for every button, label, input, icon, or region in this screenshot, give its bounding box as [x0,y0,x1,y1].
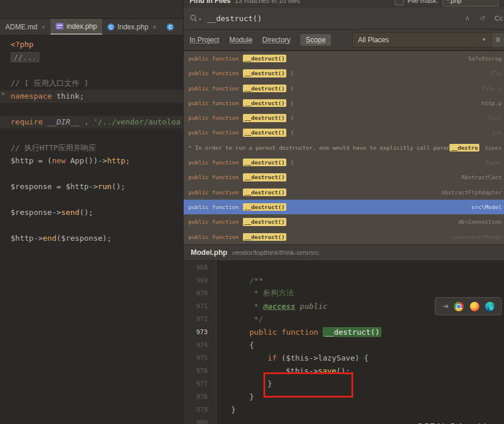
preview-code-line[interactable]: 974{ [184,338,504,351]
code-line[interactable]: //... [0,51,183,64]
code-line[interactable]: $http->end($response); [0,232,183,245]
code-line[interactable]: $response = $http->run(); [0,180,183,193]
code-line[interactable] [0,129,183,142]
line-number[interactable]: 977 [184,380,216,388]
code-segment: // [ 应用入口文件 ] [11,79,89,88]
preview-header: Model.php vendor/topthink/think-orm/src [184,245,504,261]
open-in-editor-icon[interactable]: ⇥ [442,302,448,311]
close-icon[interactable]: × [153,23,156,31]
result-row[interactable]: public function __destruct()AbstractFtpA… [184,185,504,200]
result-row[interactable]: public function __destruct() {jun [184,125,504,140]
preview-code-line[interactable]: 973public function __destruct() [184,325,504,338]
result-file-path: src\Model [467,204,502,210]
code-line[interactable] [0,167,183,180]
result-code-text: public function [188,115,242,121]
line-number[interactable]: 979 [184,406,216,413]
code-line[interactable]: // [ 应用入口文件 ] [0,77,183,90]
editor-tab-index.php[interactable]: index.php [50,19,102,35]
code-line[interactable] [0,219,183,232]
editor-area[interactable]: ≡ <?php//...// [ 应用入口文件 ]namespace think… [0,35,183,424]
result-code-text: public function [188,159,242,166]
preview-code-text: public function __destruct() [216,328,381,336]
chrome-icon[interactable] [454,302,464,311]
line-number[interactable]: 972 [184,315,216,323]
browser-preview-toolbar: ⇥ [435,297,502,315]
file-mask-combo[interactable]: *.php [442,0,499,6]
line-number[interactable]: 969 [184,277,216,284]
result-row[interactable]: * In order to run a parent destructor, o… [184,140,504,155]
result-row[interactable]: public function __destruct() {File.p [184,81,504,96]
code-line[interactable] [0,193,183,206]
match-highlight: __destruct() [243,173,287,181]
code-line[interactable]: $http = (new App())->http; [0,154,183,167]
code-segment: /** [249,276,263,285]
filter-funnel-icon[interactable]: ≣ [492,33,503,46]
preview-code-line[interactable]: 969/** [184,274,504,287]
chevron-down-icon: ▼ [482,37,486,42]
result-row[interactable]: public function __destruct() {Curl [184,110,504,125]
code-line[interactable]: <?php [0,38,183,51]
scope-select[interactable]: All Places▼ [352,32,492,48]
popup-title: Find in Files [190,0,231,5]
filter-in-project[interactable]: In Project [190,36,219,44]
result-code-text: public function [188,218,242,225]
line-number[interactable]: 973 [184,328,216,336]
search-input[interactable]: __destruct() [207,14,262,23]
red-highlight-box [263,372,353,398]
code-line[interactable] [0,64,183,77]
search-bar: ▾ __destruct() ∧ ↺ Cc [184,8,504,29]
edge-icon[interactable] [485,302,495,311]
editor-tab-partial[interactable]: C [161,19,179,35]
collapse-icon[interactable]: ∧ [465,14,470,22]
preview-code-text: { [216,341,254,349]
code-line[interactable]: require __DIR__ . '/../vendor/autoloa [0,116,183,129]
filter-module[interactable]: Module [229,36,252,44]
result-row[interactable]: public function __destruct() {Flu [184,66,504,80]
fold-gutter-icon[interactable]: ≡ [1,88,5,100]
line-number[interactable]: 968 [184,264,216,271]
line-number[interactable]: 975 [184,354,216,362]
preview-editor[interactable]: 968969/**970 * 析构方法971 * @access public9… [184,261,504,424]
result-row[interactable]: public function __destruct() {http.p [184,96,504,110]
code-line[interactable]: namespace think; [0,90,183,103]
line-number[interactable]: 980 [184,419,216,424]
line-number[interactable]: 970 [184,290,216,297]
php-file-icon [56,23,63,29]
result-row[interactable]: public function __destruct()AbstractCach [184,170,504,184]
code-line[interactable]: $response->send(); [0,206,183,219]
close-icon[interactable]: × [42,23,45,31]
result-row[interactable]: public function __destruct()connector\Mo… [184,230,504,244]
result-code-tail: { [287,129,293,136]
code-segment: $http-> [11,234,43,243]
preview-code-line[interactable]: 968 [184,261,504,274]
line-number[interactable]: 978 [184,393,216,401]
line-number[interactable]: 976 [184,367,216,375]
filter-directory[interactable]: Directory [262,36,290,44]
file-mask-checkbox[interactable] [395,0,404,5]
result-row[interactable]: public function __destruct() {Pipes [184,155,504,170]
editor-tab-Index.php[interactable]: CIndex.php× [102,19,161,35]
line-number[interactable]: 971 [184,302,216,310]
code-line[interactable] [0,103,183,116]
refresh-icon[interactable]: ↺ [479,14,485,22]
firefox-icon[interactable] [470,302,479,311]
result-row[interactable]: public function __destruct()db\Connectio… [184,214,504,229]
watermark-text: CSDN @Arnoldqqq [416,422,503,424]
result-row[interactable]: public function __destruct()src\Model [184,200,504,214]
code-line[interactable]: // 执行HTTP应用并响应 [0,142,183,154]
match-case-toggle[interactable]: Cc [495,15,503,22]
search-history-caret-icon[interactable]: ▾ [199,17,201,22]
result-file-path: Curl [483,115,502,121]
preview-code-line[interactable]: 979} [184,403,504,416]
result-row[interactable]: public function __destruct()SafeStorag [184,51,504,66]
code-segment: (); [79,208,93,217]
line-number[interactable]: 974 [184,341,216,349]
code-segment: '/../vendor/autoloa [93,117,181,126]
code-segment: end [43,234,56,243]
filter-scope[interactable]: Scope [300,34,331,46]
code-segment: (); [111,182,125,191]
popup-title-bar: Find in Files 13 matches in 10 files Fil… [184,0,504,8]
preview-code-line[interactable]: 975if ($this->lazySave) { [184,351,504,364]
editor-tab-ADME.md[interactable]: ADME.md× [0,19,50,35]
code-segment: $http = ( [11,156,52,165]
